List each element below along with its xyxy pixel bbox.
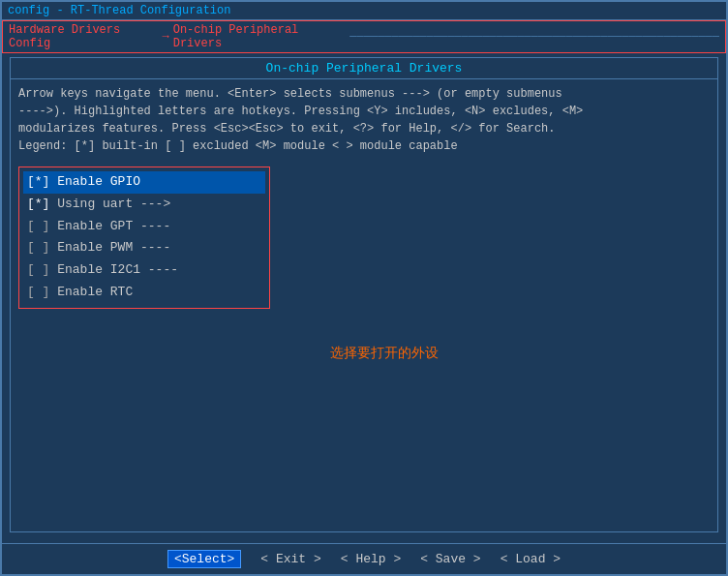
menu-item[interactable]: [*] Using uart --->: [23, 194, 265, 216]
menu-item[interactable]: [ ] Enable PWM ----: [23, 237, 265, 259]
menu-item[interactable]: [ ] Enable RTC: [23, 282, 265, 304]
config-panel: On-chip Peripheral Drivers Arrow keys na…: [10, 57, 718, 532]
bottom-button[interactable]: < Load >: [500, 552, 561, 566]
menu-item[interactable]: [ ] Enable I2C1 ----: [23, 259, 265, 282]
help-line-4: Legend: [*] built-in [ ] excluded <M> mo…: [18, 137, 710, 155]
breadcrumb-onchip: On-chip Peripheral Drivers: [173, 23, 343, 50]
chinese-hint: 选择要打开的外设: [330, 345, 439, 362]
bottom-button[interactable]: <Select>: [167, 550, 241, 568]
menu-item[interactable]: [*] Enable GPIO: [23, 171, 265, 194]
breadcrumb: Hardware Drivers Config → On-chip Periph…: [2, 20, 726, 53]
window-title: config - RT-Thread Configuration: [2, 2, 726, 20]
menu-item[interactable]: [ ] Enable GPT ----: [23, 216, 265, 238]
help-line-3: modularizes features. Press <Esc><Esc> t…: [18, 120, 710, 137]
help-line-1: Arrow keys navigate the menu. <Enter> se…: [18, 85, 710, 103]
panel-title: On-chip Peripheral Drivers: [11, 58, 717, 79]
menu-box: [*] Enable GPIO[*] Using uart --->[ ] En…: [18, 167, 270, 309]
main-window: config - RT-Thread Configuration Hardwar…: [0, 0, 728, 576]
bottom-button[interactable]: < Exit >: [260, 552, 320, 566]
breadcrumb-arrow: →: [163, 30, 169, 44]
help-text-block: Arrow keys navigate the menu. <Enter> se…: [11, 79, 717, 161]
bottom-button[interactable]: < Help >: [341, 552, 401, 566]
help-line-2: ---->). Highlighted letters are hotkeys.…: [18, 103, 710, 120]
bottom-button[interactable]: < Save >: [420, 552, 480, 566]
bottom-toolbar: <Select>< Exit >< Help >< Save >< Load >: [2, 543, 726, 574]
breadcrumb-hardware: Hardware Drivers Config: [9, 23, 159, 50]
menu-area: [*] Enable GPIO[*] Using uart --->[ ] En…: [11, 161, 717, 315]
